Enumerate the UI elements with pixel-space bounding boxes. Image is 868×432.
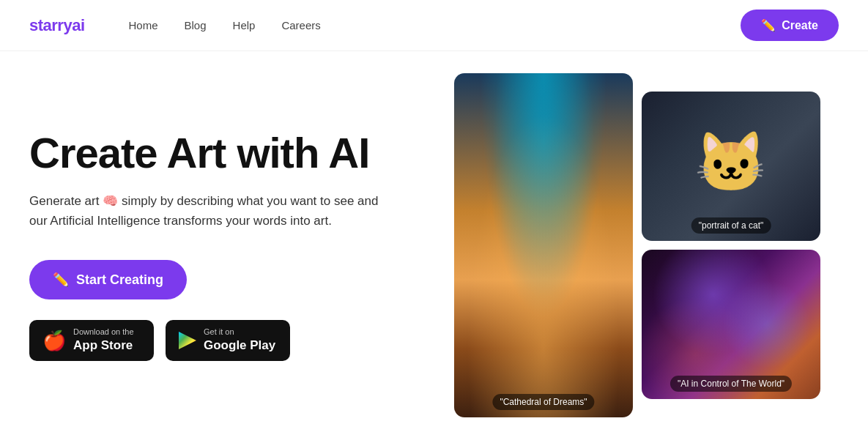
start-creating-button[interactable]: ✏️ Start Creating [29, 260, 187, 299]
nav-home[interactable]: Home [129, 19, 158, 31]
google-play-name: Google Play [204, 338, 275, 354]
apple-icon: 🍎 [42, 331, 66, 350]
gallery-right-column: "portrait of a cat" "AI in Control of Th… [642, 92, 820, 399]
gallery-image-cat: "portrait of a cat" [642, 92, 820, 241]
google-play-sub-label: Get it on [204, 327, 275, 337]
cathedral-label: "Cathedral of Dreams" [492, 394, 594, 410]
start-btn-icon: ✏️ [53, 272, 69, 288]
app-buttons-group: 🍎 Download on the App Store Get it on Go… [29, 320, 425, 360]
app-store-sub-label: Download on the [73, 327, 134, 337]
logo-text: starry [29, 16, 72, 34]
google-play-icon [179, 332, 196, 349]
hero-section: Create Art with AI Generate art 🧠 simply… [29, 73, 454, 417]
google-play-button[interactable]: Get it on Google Play [166, 320, 290, 360]
cat-label: "portrait of a cat" [691, 217, 771, 234]
gallery-image-cathedral: "Cathedral of Dreams" [454, 73, 633, 417]
nav-help[interactable]: Help [233, 19, 256, 31]
start-btn-label: Start Creating [76, 272, 163, 288]
create-button[interactable]: ✏️ Create [741, 10, 839, 41]
logo-highlight: ai [72, 16, 84, 34]
main-nav: Home Blog Help Careers [129, 19, 741, 31]
app-store-name: App Store [73, 338, 134, 354]
nav-blog[interactable]: Blog [185, 19, 207, 31]
nav-careers[interactable]: Careers [281, 19, 320, 31]
gallery-image-space: "AI in Control of The World" [642, 250, 820, 399]
pencil-icon: ✏️ [761, 18, 776, 32]
create-button-label: Create [782, 19, 818, 32]
hero-title: Create Art with AI [29, 130, 425, 176]
gallery-section: "Cathedral of Dreams" "portrait of a cat… [454, 73, 820, 417]
app-store-button[interactable]: 🍎 Download on the App Store [29, 320, 154, 360]
space-label: "AI in Control of The World" [670, 376, 792, 392]
site-logo[interactable]: starryai [29, 16, 85, 35]
hero-description: Generate art 🧠 simply by describing what… [29, 191, 396, 231]
